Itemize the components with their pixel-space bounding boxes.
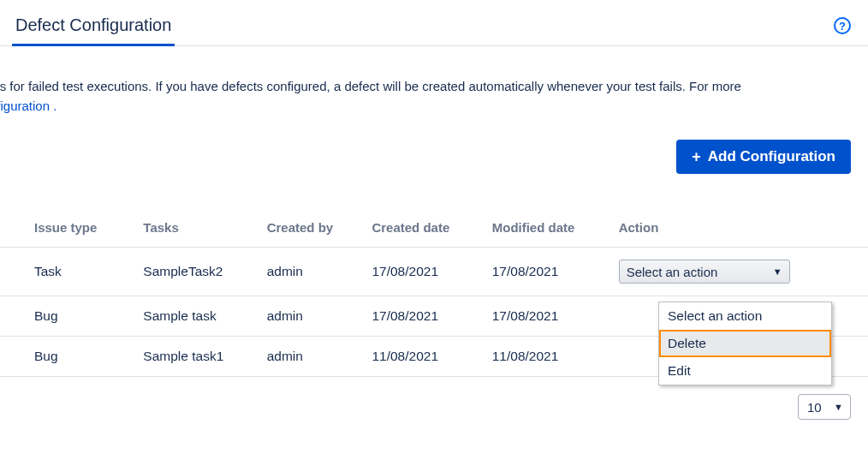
cell-modified-date: 17/08/2021 <box>485 248 612 296</box>
col-created-by: Created by <box>260 212 366 248</box>
chevron-down-icon: ▼ <box>834 402 843 412</box>
cell-action: Select an action ▼ <box>612 248 868 296</box>
page-header: Defect Configuration ? <box>0 0 868 46</box>
col-tasks: Tasks <box>136 212 259 248</box>
action-dropdown: Select an action Delete Edit <box>658 302 832 385</box>
cell-tasks: Sample task <box>136 296 259 337</box>
page-size-value: 10 <box>807 400 822 415</box>
plus-icon: + <box>692 149 701 164</box>
cell-issue-type: Bug <box>0 296 136 337</box>
add-configuration-label: Add Configuration <box>708 148 835 165</box>
cell-created-date: 17/08/2021 <box>365 248 485 296</box>
action-option-delete[interactable]: Delete <box>659 330 831 357</box>
add-configuration-button[interactable]: + Add Configuration <box>676 140 851 174</box>
action-select-value: Select an action <box>627 265 718 279</box>
action-select[interactable]: Select an action ▼ <box>619 260 790 284</box>
cell-created-date: 17/08/2021 <box>365 296 485 337</box>
cell-tasks: Sample task1 <box>136 337 259 377</box>
cell-tasks: SampleTask2 <box>136 248 259 296</box>
cell-created-by: admin <box>260 296 366 337</box>
configuration-link-fragment[interactable]: nfiguration . <box>0 99 56 113</box>
chevron-down-icon: ▼ <box>773 266 782 277</box>
description-text-fragment: cts for failed test executions. If you h… <box>0 77 851 97</box>
description-block: cts for failed test executions. If you h… <box>0 46 868 116</box>
toolbar: + Add Configuration <box>0 116 868 174</box>
cell-created-date: 11/08/2021 <box>365 337 485 377</box>
cell-issue-type: Bug <box>0 337 136 377</box>
page-size-select[interactable]: 10 ▼ <box>798 394 851 420</box>
col-issue-type: Issue type <box>0 212 136 248</box>
cell-created-by: admin <box>260 248 366 296</box>
table-header-row: Issue type Tasks Created by Created date… <box>0 212 868 248</box>
col-created-date: Created date <box>365 212 485 248</box>
cell-modified-date: 11/08/2021 <box>485 337 612 377</box>
help-icon[interactable]: ? <box>834 17 851 34</box>
tab-defect-configuration[interactable]: Defect Configuration <box>12 15 175 46</box>
action-option-placeholder[interactable]: Select an action <box>659 302 831 330</box>
col-modified-date: Modified date <box>485 212 612 248</box>
table-row: Task SampleTask2 admin 17/08/2021 17/08/… <box>0 248 868 296</box>
action-option-edit[interactable]: Edit <box>659 357 831 385</box>
cell-modified-date: 17/08/2021 <box>485 296 612 337</box>
cell-issue-type: Task <box>0 248 136 296</box>
col-action: Action <box>612 212 868 248</box>
cell-created-by: admin <box>260 337 366 377</box>
